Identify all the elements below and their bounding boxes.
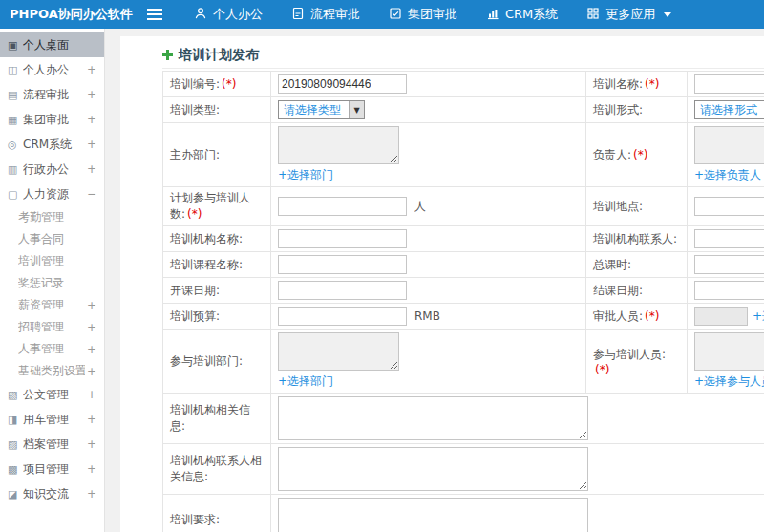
training-plan-form: 培训编号:(*) 培训名称:(*) 培训类型: 请选择类型 ▼ <box>162 71 764 532</box>
total-hours-input[interactable] <box>694 255 764 274</box>
table-row: 参与培训部门: +选择部门 参与培训人员:(*) +选择参与人员 <box>163 330 764 394</box>
sidebar-item-reward-punishment[interactable]: 奖惩记录 <box>0 272 104 294</box>
training-name-label: 培训名称:(*) <box>586 72 688 97</box>
sidebar-item-document-management[interactable]: ▧ 公文管理 + <box>0 382 104 407</box>
table-row: 培训机构名称: 培训机构联系人: <box>163 226 764 252</box>
apps-grid-icon <box>586 7 600 23</box>
table-row: 培训要求: <box>163 495 764 532</box>
sidebar-item-archive-management[interactable]: ▨ 档案管理 + <box>0 432 104 457</box>
sidebar-item-salary-management[interactable]: 薪资管理 + <box>0 294 104 316</box>
dropdown-arrow-icon: ▼ <box>349 101 364 118</box>
approver-input[interactable] <box>694 307 748 326</box>
sidebar-item-vehicle-management[interactable]: ◨ 用车管理 + <box>0 407 104 432</box>
sidebar-item-group-approval[interactable]: ▦ 集团审批 + <box>0 107 104 132</box>
host-department-label: 主办部门: <box>163 123 271 187</box>
hr-icon: ▢ <box>8 188 23 201</box>
participating-staff-textarea[interactable] <box>694 332 764 371</box>
select-department-link[interactable]: +选择部门 <box>278 167 333 183</box>
sidebar-item-training-management[interactable]: 培训管理 <box>0 250 104 272</box>
participating-departments-textarea[interactable] <box>278 332 399 371</box>
training-location-input[interactable] <box>694 197 764 216</box>
org-contact-input[interactable] <box>694 229 764 248</box>
leader-label: 负责人:(*) <box>586 123 688 187</box>
training-form-select[interactable]: 请选择形式 ▼ <box>694 100 764 119</box>
sidebar-item-basic-category-settings[interactable]: 基础类别设置 + <box>0 360 104 382</box>
sidebar-item-personal-office[interactable]: ◫ 个人办公 + <box>0 57 104 82</box>
group-icon: ▦ <box>8 114 23 126</box>
crm-chart-icon <box>486 7 499 23</box>
sidebar-item-personnel-management[interactable]: 人事管理 + <box>0 338 104 360</box>
participant-count-input[interactable] <box>278 197 407 216</box>
nav-workflow-approval[interactable]: 流程审批 <box>277 0 374 29</box>
training-type-label: 培训类型: <box>163 97 271 123</box>
budget-label: 培训预算: <box>163 304 271 330</box>
hamburger-menu-icon[interactable] <box>147 9 162 20</box>
participating-staff-label: 参与培训人员:(*) <box>586 330 688 394</box>
select-leader-link[interactable]: +选择负责人 <box>694 167 761 183</box>
sidebar-item-personal-desktop[interactable]: ▣ 个人桌面 <box>0 32 104 57</box>
archive-icon: ▨ <box>8 438 23 451</box>
org-contact-info-textarea[interactable] <box>278 447 588 491</box>
training-type-select[interactable]: 请选择类型 ▼ <box>278 100 365 119</box>
sidebar-item-personnel-contract[interactable]: 人事合同 <box>0 228 104 250</box>
course-name-input[interactable] <box>278 255 407 274</box>
project-icon: ▩ <box>8 463 23 476</box>
org-info-textarea[interactable] <box>278 396 588 440</box>
participating-departments-label: 参与培训部门: <box>163 330 271 394</box>
sidebar-item-workflow-approval[interactable]: ▤ 流程审批 + <box>0 82 104 107</box>
budget-input[interactable] <box>278 307 407 326</box>
top-nav: 个人办公 流程审批 集团审批 CRM系统 <box>180 0 686 29</box>
org-info-label: 培训机构相关信息: <box>163 394 271 444</box>
workflow-icon: ▤ <box>8 89 23 101</box>
end-date-input[interactable] <box>694 281 764 300</box>
sidebar-item-admin-office[interactable]: ▥ 行政办公 + <box>0 157 104 181</box>
org-name-label: 培训机构名称: <box>163 226 271 252</box>
office-icon: ◫ <box>8 64 23 76</box>
page-title: 培训计划发布 <box>179 47 259 64</box>
table-row: 开课日期: 结课日期: <box>163 278 764 304</box>
sidebar-item-crm-system[interactable]: ◎ CRM系统 + <box>0 132 104 157</box>
user-icon <box>194 7 207 23</box>
leader-textarea[interactable] <box>694 126 764 164</box>
training-name-input[interactable] <box>694 74 764 94</box>
sidebar-item-human-resources[interactable]: ▢ 人力资源 − <box>0 181 104 206</box>
page-title-bar: 培训计划发布 <box>162 42 764 69</box>
nav-personal-office[interactable]: 个人办公 <box>180 0 277 29</box>
nav-more-apps[interactable]: 更多应用 <box>572 0 686 29</box>
table-row: 培训预算: RMB 审批人员:(*) +选择审批人员 <box>163 304 764 330</box>
sidebar-item-knowledge-exchange[interactable]: ◪ 知识交流 + <box>0 481 104 506</box>
org-name-input[interactable] <box>278 229 407 248</box>
vehicle-icon: ◨ <box>8 414 23 426</box>
sidebar-item-attendance-management[interactable]: 考勤管理 <box>0 206 104 228</box>
start-date-label: 开课日期: <box>163 278 271 304</box>
training-number-input[interactable] <box>278 74 407 94</box>
training-number-label: 培训编号:(*) <box>163 72 271 97</box>
select-department-link[interactable]: +选择部门 <box>278 373 333 390</box>
training-requirements-textarea[interactable] <box>278 498 588 532</box>
total-hours-label: 总课时: <box>586 252 688 278</box>
table-row: 培训机构相关信息: <box>163 394 764 444</box>
course-name-label: 培训课程名称: <box>163 252 271 278</box>
plus-icon <box>162 50 173 60</box>
approver-label: 审批人员:(*) <box>586 304 688 330</box>
participant-count-label: 计划参与培训人数:(*) <box>163 187 271 226</box>
top-header: PHPOA协同办公软件 个人办公 流程审批 集团审批 <box>0 0 764 29</box>
table-row: 主办部门: +选择部门 负责人:(*) +选择负责人 <box>163 123 764 187</box>
admin-icon: ▥ <box>8 163 23 176</box>
select-approver-link[interactable]: +选择审批人员 <box>753 309 764 325</box>
table-row: 培训类型: 请选择类型 ▼ 培训形式: 请选择形式 <box>163 97 764 123</box>
training-form-label: 培训形式: <box>586 97 688 123</box>
select-participants-link[interactable]: +选择参与人员 <box>694 373 764 390</box>
table-row: 培训机构联系人相关信息: <box>163 444 764 495</box>
sidebar-item-project-management[interactable]: ▩ 项目管理 + <box>0 457 104 481</box>
nav-group-approval[interactable]: 集团审批 <box>374 0 472 29</box>
app-window: PHPOA协同办公软件 个人办公 流程审批 集团审批 <box>0 0 764 532</box>
sidebar-item-recruitment-management[interactable]: 招聘管理 + <box>0 316 104 338</box>
nav-crm-system[interactable]: CRM系统 <box>472 0 572 29</box>
training-location-label: 培训地点: <box>586 187 688 226</box>
main-area: 培训计划发布 培训编号:(*) 培训名称:(*) <box>105 29 764 532</box>
content-panel: 培训计划发布 培训编号:(*) 培训名称:(*) <box>120 36 764 532</box>
start-date-input[interactable] <box>278 281 407 300</box>
host-department-textarea[interactable] <box>278 126 399 164</box>
approval-check-icon <box>389 7 402 23</box>
